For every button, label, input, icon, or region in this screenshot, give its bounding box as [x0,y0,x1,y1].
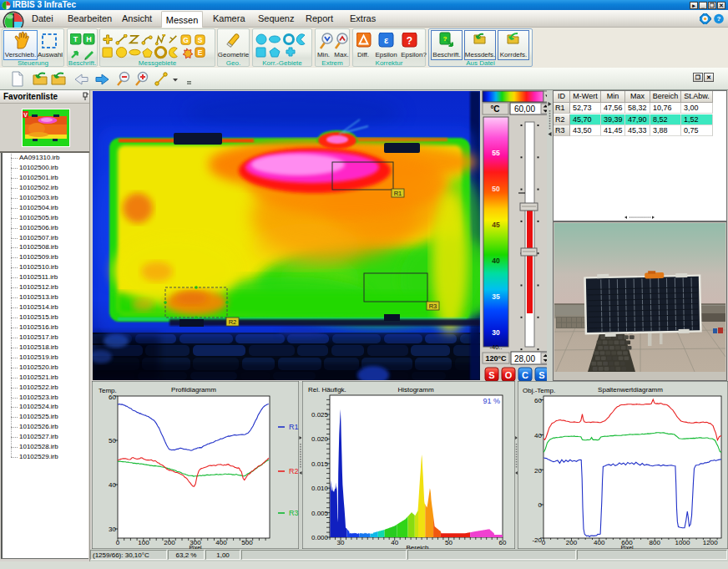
svg-text:S: S [538,370,544,380]
svg-text:T: T [73,35,78,43]
svg-text:30: 30 [492,328,500,337]
svg-text:40: 40 [534,432,542,439]
svg-text:R2: R2 [289,467,299,475]
svg-text:ε: ε [384,35,389,45]
svg-text:E: E [198,48,203,57]
svg-text:V: V [23,112,28,118]
svg-text:28,00: 28,00 [514,354,535,363]
svg-text:0.015: 0.015 [311,460,329,468]
svg-text:30: 30 [337,539,345,546]
svg-text:100: 100 [138,539,149,546]
svg-text:50: 50 [445,539,452,546]
svg-text:0.020: 0.020 [311,435,329,443]
svg-text:R1: R1 [394,190,402,197]
svg-text:Rel. Häufigk.: Rel. Häufigk. [308,386,346,394]
svg-text:R3: R3 [429,302,437,310]
svg-text:40: 40 [109,481,116,489]
svg-text:0: 0 [538,501,543,509]
svg-text:120°C: 120°C [485,354,507,363]
svg-text:35: 35 [492,292,500,301]
svg-text:400: 400 [594,539,605,546]
svg-text:Spaltenwertdiagramm: Spaltenwertdiagramm [598,386,663,394]
svg-text:500: 500 [241,539,253,546]
svg-text:50: 50 [109,437,116,445]
svg-text:0: 0 [542,539,546,546]
svg-text:0.000: 0.000 [311,534,329,541]
svg-text:R2: R2 [229,318,237,326]
svg-text:?: ? [443,35,447,43]
svg-text:60: 60 [499,539,507,546]
svg-text:Obj.-Temp.: Obj.-Temp. [523,387,555,394]
svg-text:0: 0 [116,539,120,546]
svg-text:50: 50 [492,185,500,193]
svg-text:-40..: -40.. [489,343,502,351]
svg-text:H: H [86,35,92,43]
svg-text:S: S [488,370,494,380]
svg-text:R1: R1 [289,423,299,431]
svg-text:20: 20 [534,467,542,475]
svg-text:400: 400 [215,539,227,546]
svg-text:O: O [505,370,513,380]
svg-text:°C: °C [490,104,499,114]
svg-text:800: 800 [650,539,661,546]
svg-text:40: 40 [391,539,398,546]
svg-text:?: ? [407,35,412,47]
svg-text:91 %: 91 % [483,397,500,405]
svg-text:R3: R3 [289,509,299,517]
svg-text:0.005: 0.005 [311,510,329,517]
svg-text:-20: -20 [532,536,542,544]
svg-text:Histogramm: Histogramm [397,386,433,394]
svg-text:60,00: 60,00 [514,104,535,114]
svg-text:55: 55 [492,149,500,157]
svg-text:60: 60 [534,397,542,404]
svg-text:60: 60 [109,394,116,401]
svg-text:40: 40 [492,257,500,265]
svg-text:S: S [198,36,203,44]
svg-text:1200: 1200 [703,539,718,546]
svg-text:0.025: 0.025 [311,411,329,419]
svg-text:200: 200 [164,539,175,546]
svg-text:1000: 1000 [675,539,690,546]
svg-text:C: C [522,370,528,380]
svg-text:30: 30 [109,526,116,533]
svg-text:Profildiagramm: Profildiagramm [171,386,216,394]
svg-text:G: G [183,36,189,44]
svg-text:?: ? [717,15,721,23]
svg-text:200: 200 [566,539,578,546]
svg-text:45: 45 [492,221,500,229]
svg-text:0.010: 0.010 [311,485,329,492]
